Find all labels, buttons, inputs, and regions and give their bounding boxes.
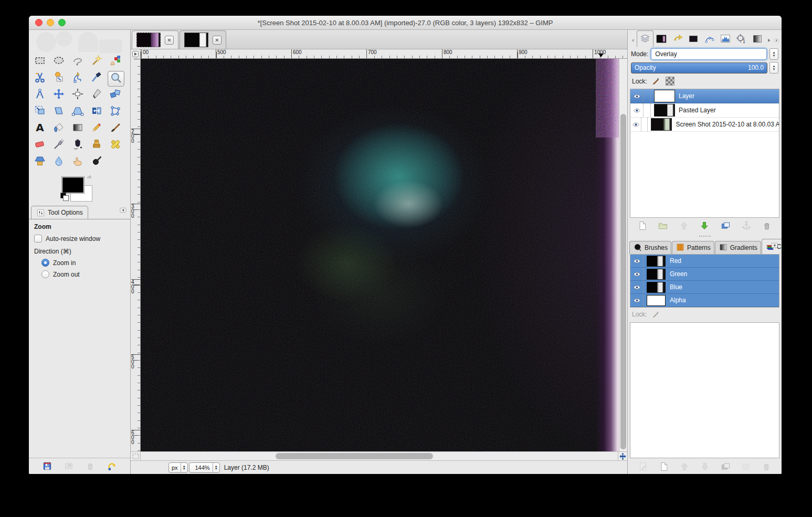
tool-airbrush[interactable]	[51, 138, 67, 153]
tool-foreground-select[interactable]	[51, 71, 67, 86]
ruler-origin-button[interactable]	[131, 49, 141, 59]
opacity-stepper[interactable]: ▲▼	[769, 62, 778, 73]
tool-eraser[interactable]	[32, 138, 48, 153]
tab-brushes[interactable]: Brushes	[629, 241, 671, 254]
layer-row[interactable]: Pasted Layer	[630, 103, 779, 118]
tool-blur-sharpen[interactable]	[51, 155, 67, 170]
layer-visibility-eye-icon[interactable]	[630, 89, 644, 103]
mode-stepper[interactable]: ▲▼	[769, 48, 778, 60]
opacity-slider[interactable]: Opacity 100.0	[631, 62, 767, 73]
lock-pixels-icon[interactable]	[652, 77, 661, 86]
vertical-scrollbar-thumb[interactable]	[620, 114, 626, 449]
unit-stepper[interactable]: ▲▼	[181, 463, 187, 472]
save-tool-preset-button[interactable]	[41, 460, 54, 472]
channel-visibility-eye-icon[interactable]	[630, 255, 644, 267]
tab-pointer[interactable]: 1	[734, 33, 749, 47]
auto-resize-checkbox[interactable]	[34, 235, 42, 242]
channel-visibility-eye-icon[interactable]	[630, 281, 644, 293]
tool-smudge[interactable]	[70, 155, 86, 170]
tool-alignment[interactable]	[70, 88, 86, 102]
tool-text[interactable]: A	[32, 121, 48, 136]
tool-ellipse-select[interactable]	[51, 54, 67, 69]
foreground-color-swatch[interactable]	[62, 177, 84, 193]
tool-cage-transform[interactable]	[108, 104, 123, 119]
tool-color-picker[interactable]	[89, 71, 104, 86]
navigation-button[interactable]	[618, 452, 627, 460]
lower-dock-collapse-icon[interactable]	[771, 241, 778, 249]
tab-channels-dialog[interactable]	[654, 33, 669, 47]
layer-chain-cell[interactable]	[641, 118, 648, 131]
image-tab-2-close-icon[interactable]: ✕	[213, 36, 222, 45]
layer-row[interactable]: Screen Shot 2015-02-10 at 8.00.03 AM.png	[630, 118, 779, 132]
canvas-image[interactable]	[141, 59, 619, 451]
tab-histogram[interactable]	[718, 33, 733, 47]
tool-paths[interactable]	[70, 71, 86, 86]
tool-zoom[interactable]	[108, 71, 124, 87]
unit-combo[interactable]: px ▲▼	[168, 462, 188, 473]
layer-visibility-eye-icon[interactable]	[630, 103, 644, 117]
tool-select-by-color[interactable]	[108, 54, 123, 69]
tool-ink[interactable]	[70, 138, 86, 153]
tool-shear[interactable]	[51, 104, 67, 119]
image-tab-1-close-icon[interactable]: ✕	[165, 36, 174, 45]
dock-nav-left[interactable]	[629, 35, 636, 47]
dock-nav-right[interactable]	[765, 35, 772, 47]
duplicate-layer-button[interactable]	[719, 219, 732, 232]
tab-layers[interactable]	[637, 30, 653, 47]
dock-splitter[interactable]	[628, 234, 782, 238]
zoom-window-button[interactable]	[58, 19, 66, 26]
layer-chain-cell[interactable]	[644, 103, 651, 117]
quick-mask-toggle[interactable]	[131, 452, 141, 460]
tool-pencil[interactable]	[89, 121, 104, 136]
tool-scissors-select[interactable]	[32, 71, 48, 86]
channel-visibility-eye-icon[interactable]	[630, 268, 644, 280]
swap-colors-icon[interactable]	[86, 174, 93, 181]
horizontal-ruler[interactable]: 005006007008009001000	[141, 49, 627, 59]
image-tab-1[interactable]: ✕	[132, 30, 178, 49]
tool-move[interactable]	[51, 88, 67, 102]
tab-gradients[interactable]: Gradients	[715, 241, 761, 254]
tool-gradient[interactable]	[70, 121, 86, 136]
delete-layer-button[interactable]	[761, 219, 773, 232]
channel-row-blue[interactable]: Blue	[630, 281, 779, 294]
tool-rectangle-select[interactable]	[32, 54, 48, 69]
tool-heal[interactable]	[108, 138, 123, 153]
tab-paths[interactable]	[702, 33, 717, 47]
tab-patterns[interactable]: Patterns	[672, 241, 714, 254]
tool-clone[interactable]	[89, 138, 104, 153]
tab-gradient[interactable]	[750, 33, 765, 47]
zoom-out-radio[interactable]	[41, 270, 49, 278]
image-tab-2[interactable]: ✕	[180, 30, 226, 49]
default-colors-icon[interactable]	[60, 193, 68, 200]
dock-collapse[interactable]	[773, 35, 780, 47]
zoom-in-radio[interactable]	[41, 259, 49, 267]
new-channel-button[interactable]	[658, 460, 670, 473]
minimize-window-button[interactable]	[47, 19, 54, 26]
layer-mode-dropdown[interactable]: Overlay	[651, 48, 767, 60]
channels-lock-icon[interactable]	[652, 310, 660, 319]
vertical-scrollbar[interactable]	[619, 59, 627, 451]
channel-visibility-eye-icon[interactable]	[630, 294, 644, 307]
tool-rotate[interactable]	[108, 88, 123, 102]
new-layer-button[interactable]	[636, 219, 649, 232]
tool-paintbrush[interactable]	[108, 121, 123, 136]
vertical-ruler[interactable]: 200300400500600	[131, 59, 141, 451]
tool-fuzzy-select[interactable]	[89, 54, 104, 69]
tool-bucket-fill[interactable]	[51, 121, 67, 136]
layer-row[interactable]: Layer	[630, 89, 779, 103]
tool-flip[interactable]	[89, 104, 104, 119]
tool-dodge-burn[interactable]	[89, 155, 104, 170]
tool-measure[interactable]	[32, 88, 48, 102]
tab-image-thumb[interactable]	[686, 33, 701, 47]
tool-crop[interactable]	[89, 88, 104, 102]
tool-perspective-clone[interactable]	[32, 155, 48, 170]
zoom-stepper[interactable]: ▲▼	[213, 463, 219, 472]
horizontal-scrollbar-thumb[interactable]	[276, 453, 433, 459]
horizontal-scrollbar[interactable]	[141, 452, 618, 460]
zoom-combo[interactable]: 144% ▲▼	[189, 462, 220, 473]
tool-perspective[interactable]	[70, 104, 86, 119]
lower-layer-button[interactable]	[698, 219, 711, 232]
tool-free-select[interactable]	[70, 54, 86, 69]
lock-alpha-icon[interactable]	[666, 77, 674, 86]
channel-row-alpha[interactable]: Alpha	[630, 294, 779, 307]
